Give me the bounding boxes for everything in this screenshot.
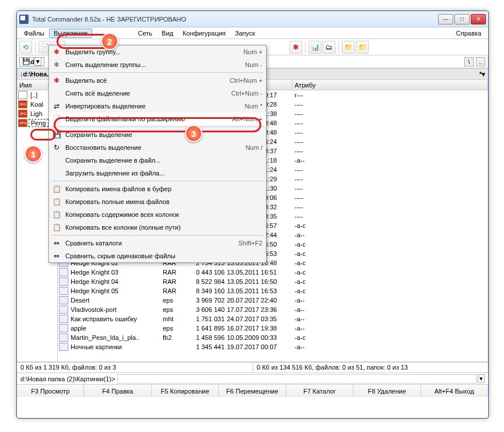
- callout-1: 1: [24, 145, 42, 163]
- menu-icon: 📋: [51, 196, 62, 207]
- menu-item[interactable]: Сохранить выделение в файл...: [49, 154, 266, 167]
- table-row[interactable]: Martin_Pesn_lda_i_pla..fb21 458 59610.05…: [58, 333, 488, 342]
- window-title: Total Commander 8.52a - НЕ ЗАРЕГИСТРИРОВ…: [32, 16, 438, 23]
- menu-icon: 📋: [51, 184, 62, 194]
- fkey-button[interactable]: F6 Перемещение: [219, 385, 286, 397]
- refresh-icon[interactable]: ⟲: [19, 41, 32, 54]
- fkey-button[interactable]: F4 Правка: [84, 385, 151, 397]
- menu-view[interactable]: Вид: [157, 29, 178, 38]
- menu-icon: ✱: [51, 59, 62, 70]
- titlebar: Total Commander 8.52a - НЕ ЗАРЕГИСТРИРОВ…: [17, 11, 488, 27]
- menu-item[interactable]: 📋Копировать все колонки (полные пути): [49, 221, 266, 234]
- menu-item[interactable]: 💾Сохранить выделение: [49, 128, 266, 141]
- table-row[interactable]: Deserteps3 969 70220.07.2017 22:40-a--: [58, 296, 488, 305]
- tool-icon[interactable]: 🗂: [323, 41, 335, 54]
- menu-icon: ⇔: [51, 251, 62, 261]
- fkey-button[interactable]: F5 Копирование: [152, 385, 219, 397]
- root-button[interactable]: \: [464, 57, 474, 66]
- table-row[interactable]: Hedge Knight 03RAR0 443 10613.05.2011 16…: [58, 268, 488, 277]
- tool-icon[interactable]: 📁: [356, 41, 369, 54]
- fkey-button[interactable]: F3 Просмотр: [17, 385, 84, 397]
- menu-item[interactable]: 📋Копировать полные имена файлов: [49, 195, 266, 208]
- menu-item[interactable]: ✱Снять выделение группы...Num -: [49, 58, 266, 71]
- menu-config[interactable]: Конфигурация: [178, 29, 230, 38]
- tool-icon[interactable]: 📁: [342, 41, 355, 54]
- menu-item[interactable]: 📄Выделить файлы/папки по расширениюAlt+N…: [49, 113, 266, 125]
- table-row[interactable]: Ночные картинки1 345 44119.07.2017 00:07…: [58, 342, 488, 352]
- maximize-button[interactable]: □: [454, 14, 470, 24]
- menu-start[interactable]: Запуск: [230, 29, 260, 38]
- drive-selector[interactable]: 💾 d ▾: [19, 57, 44, 66]
- callout-3: 3: [185, 125, 202, 142]
- selection-menu: ✱Выделить группу...Num +✱Снять выделение…: [48, 45, 267, 263]
- menu-selection[interactable]: Выделение: [49, 29, 92, 38]
- menu-item[interactable]: Снять всё выделениеCtrl+Num -: [49, 87, 266, 100]
- menu-icon: 📋: [51, 209, 62, 220]
- table-row[interactable]: Hedge Knight 05RAR8 349 16013.05.2011 16…: [58, 286, 488, 296]
- menu-network[interactable]: Сеть: [134, 29, 157, 38]
- menu-icon: 📄: [51, 114, 62, 124]
- close-button[interactable]: ✕: [471, 14, 486, 24]
- callout-2: 2: [101, 33, 118, 50]
- menu-item[interactable]: ⇄Инвертировать выделениеNum *: [49, 100, 266, 113]
- star-icon[interactable]: ✱: [289, 41, 302, 54]
- command-dropdown[interactable]: ▾: [478, 374, 485, 383]
- menu-icon: ✱: [51, 47, 62, 57]
- menu-icon: 💾: [51, 129, 62, 140]
- tool-icon[interactable]: 📊: [309, 41, 321, 54]
- menu-icon: 📋: [51, 222, 62, 233]
- menu-item[interactable]: Загрузить выделение из файла...: [49, 167, 266, 180]
- fkey-button[interactable]: Alt+F4 Выход: [421, 385, 488, 397]
- status-right: 0 Кб из 134 516 Кб, файлов: 0 из 51, пап…: [253, 363, 488, 373]
- menu-icon: ✱: [51, 75, 62, 86]
- status-left: 0 Кб из 1 319 Кб, файлов: 0 из 3: [17, 363, 253, 373]
- menu-item[interactable]: 📋Копировать имена файлов в буфер: [49, 182, 266, 195]
- menu-icon: ⇔: [51, 238, 62, 248]
- menu-icon: ↻: [51, 142, 62, 153]
- fkey-button[interactable]: F8 Удаление: [354, 385, 421, 397]
- prompt-label: d:\Новая папка (2)\Картинки(1)>: [20, 375, 115, 382]
- menu-icon: ⇄: [51, 101, 62, 111]
- status-bar: 0 Кб из 1 319 Кб, файлов: 0 из 3 0 Кб из…: [17, 362, 488, 373]
- menu-item[interactable]: ✱Выделить группу...Num +: [49, 45, 266, 58]
- up-button[interactable]: ..: [476, 57, 485, 66]
- app-icon: [19, 15, 29, 24]
- menu-item[interactable]: ⇔Сравнить каталогиShift+F2: [49, 237, 266, 250]
- menu-files[interactable]: Файлы: [19, 29, 49, 38]
- menu-help[interactable]: Справка: [452, 29, 486, 38]
- command-line[interactable]: d:\Новая папка (2)\Картинки(1)> ▾: [17, 373, 488, 384]
- menu-item[interactable]: ⇔Сравнить, скрыв одинаковые файлы: [49, 250, 266, 262]
- menu-item[interactable]: ↻Восстановить выделениеNum /: [49, 141, 266, 154]
- function-keys: F3 ПросмотрF4 ПравкаF5 КопированиеF6 Пер…: [17, 384, 488, 397]
- fkey-button[interactable]: F7 Каталог: [286, 385, 354, 397]
- menubar: Файлы Выделение Навигация Сеть Вид Конфи…: [17, 27, 488, 39]
- table-row[interactable]: Hedge Knight 04RAR8 522 98413.05.2011 16…: [58, 277, 488, 286]
- minimize-button[interactable]: —: [438, 14, 453, 24]
- menu-item[interactable]: ✱Выделить всёCtrl+Num +: [49, 74, 266, 87]
- command-input[interactable]: [117, 374, 477, 384]
- col-attr[interactable]: Атрибу: [292, 80, 488, 90]
- menu-item[interactable]: 📋Копировать содержимое всех колонок: [49, 208, 266, 221]
- table-row[interactable]: Как исправить ошибкуmht1 751 03124.07.20…: [58, 314, 488, 324]
- table-row[interactable]: Vladivostok-porteps3 606 14017.07.2017 2…: [58, 305, 488, 314]
- table-row[interactable]: appleeps1 641 89516.07.2017 19:38-a--: [58, 324, 488, 333]
